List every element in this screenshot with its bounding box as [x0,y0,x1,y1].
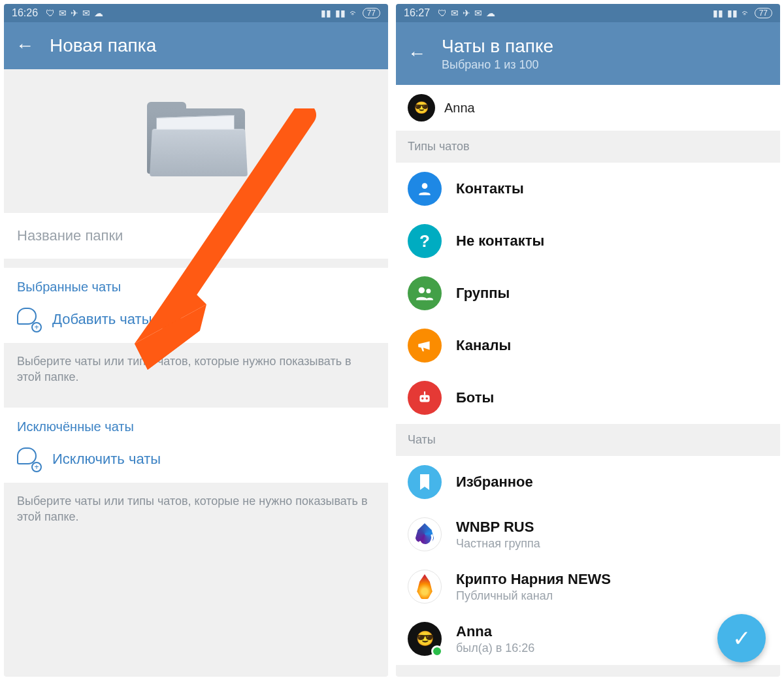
chat-title: Избранное [456,474,533,491]
chats-header: Чаты [396,424,780,456]
chat-type-row[interactable]: Каналы [396,319,780,372]
app-header: ← Чаты в папке Выбрано 1 из 100 [396,22,780,85]
mail-icon: ✉ [451,8,459,18]
chat-row[interactable]: Избранное [396,456,780,508]
chat-type-label: Не контакты [456,233,544,250]
status-bar: 16:26 🛡 ✉ ✈ ✉ ☁ ▮▮ ▮▮ ᯤ 77 [4,4,388,22]
chat-type-row[interactable]: Боты [396,372,780,424]
mail-icon: ✉ [474,8,482,18]
question-icon: ? [408,224,442,258]
back-arrow-icon[interactable]: ← [16,35,34,56]
chat-type-row[interactable]: ?Не контакты [396,215,780,267]
app-header: ← Новая папка [4,22,388,69]
bot-icon [408,381,442,415]
chat-type-label: Контакты [456,180,524,197]
chat-type-label: Боты [456,389,494,406]
chat-subtitle: Частная группа [456,537,540,551]
megaphone-icon [408,329,442,363]
shield-icon: 🛡 [438,8,447,18]
status-left-icons: 🛡 ✉ ✈ ✉ ☁ [46,8,103,18]
folder-illustration [4,69,388,213]
exclude-chats-label: Исключить чаты [52,451,161,468]
excluded-section-footer: Выберите чаты или типы чатов, которые не… [4,483,388,538]
cloud-icon: ☁ [486,8,495,18]
signal-icon: ▮▮ [727,8,738,18]
wifi-icon: ᯤ [350,8,359,18]
battery-indicator: 77 [363,8,380,18]
status-left-icons: 🛡 ✉ ✈ ✉ ☁ [438,8,495,18]
mail-icon: ✉ [59,8,67,18]
chat-type-row[interactable]: Группы [396,267,780,319]
person-icon [408,172,442,206]
svg-point-3 [422,183,428,189]
svg-rect-6 [419,395,429,402]
avatar: 😎 [408,94,435,121]
excluded-chats-section: Исключённые чаты + Исключить чаты [4,408,388,483]
chat-title: Крипто Нарния NEWS [456,571,611,588]
chat-type-label: Группы [456,285,510,302]
right-phone-screen: 16:27 🛡 ✉ ✈ ✉ ☁ ▮▮ ▮▮ ᯤ 77 ← Чаты в папк… [396,4,780,677]
chat-type-row[interactable]: Контакты [396,163,780,215]
chat-title: WNBP RUS [456,519,540,536]
status-right-icons: ▮▮ ▮▮ ᯤ 77 [321,8,380,18]
wifi-icon: ᯤ [742,8,751,18]
check-icon: ✓ [732,625,751,651]
exclude-chats-button[interactable]: + Исключить чаты [4,441,388,483]
signal-icon: ▮▮ [335,8,346,18]
avatar: 😎 [408,622,442,656]
mail-icon: ✉ [82,8,90,18]
signal-icon: ▮▮ [713,8,723,18]
telegram-icon: ✈ [463,8,470,18]
svg-point-8 [426,397,428,399]
svg-point-4 [419,287,425,293]
header-subtitle: Выбрано 1 из 100 [442,58,553,72]
telegram-icon: ✈ [71,8,78,18]
battery-indicator: 77 [755,8,772,18]
chat-types-header: Типы чатов [396,131,780,163]
chat-title: Anna [456,623,534,640]
svg-rect-9 [424,391,425,395]
selected-chip[interactable]: 😎 Anna [396,85,780,131]
chat-subtitle: Публичный канал [456,589,611,603]
folder-name-input[interactable] [17,227,375,244]
included-chats-section: Выбранные чаты + Добавить чаты [4,268,388,343]
chat-row[interactable]: WNBP RUSЧастная группа [396,508,780,560]
included-section-title: Выбранные чаты [4,268,388,301]
chat-types-list: Контакты?Не контактыГруппыКаналыБоты [396,163,780,424]
folder-icon [147,102,245,180]
avatar [408,465,442,499]
svg-point-7 [421,397,423,399]
add-chat-icon: + [17,308,41,331]
add-chats-label: Добавить чаты [52,311,152,328]
status-time: 16:27 [404,7,430,19]
add-chat-icon: + [17,447,41,471]
excluded-section-title: Исключённые чаты [4,408,388,441]
chat-type-label: Каналы [456,337,511,354]
svg-point-5 [426,289,431,293]
header-title: Чаты в папке [442,36,553,57]
avatar [408,570,442,604]
included-section-footer: Выберите чаты или типы чатов, которые ну… [4,343,388,398]
header-title: Новая папка [50,35,156,56]
status-time: 16:26 [12,7,38,19]
status-right-icons: ▮▮ ▮▮ ᯤ 77 [713,8,772,18]
online-indicator [431,645,443,657]
back-arrow-icon[interactable]: ← [408,43,426,64]
confirm-fab[interactable]: ✓ [717,614,766,662]
signal-icon: ▮▮ [321,8,331,18]
add-chats-button[interactable]: + Добавить чаты [4,301,388,343]
chat-subtitle: был(а) в 16:26 [456,641,534,655]
selected-chip-label: Anna [444,101,475,116]
folder-name-row [4,213,388,259]
chat-row[interactable]: Крипто Нарния NEWSПубличный канал [396,560,780,613]
group-icon [408,276,442,310]
shield-icon: 🛡 [46,8,55,18]
avatar [408,517,442,551]
left-phone-screen: 16:26 🛡 ✉ ✈ ✉ ☁ ▮▮ ▮▮ ᯤ 77 ← Новая папка [4,4,388,677]
status-bar: 16:27 🛡 ✉ ✈ ✉ ☁ ▮▮ ▮▮ ᯤ 77 [396,4,780,22]
cloud-icon: ☁ [94,8,103,18]
